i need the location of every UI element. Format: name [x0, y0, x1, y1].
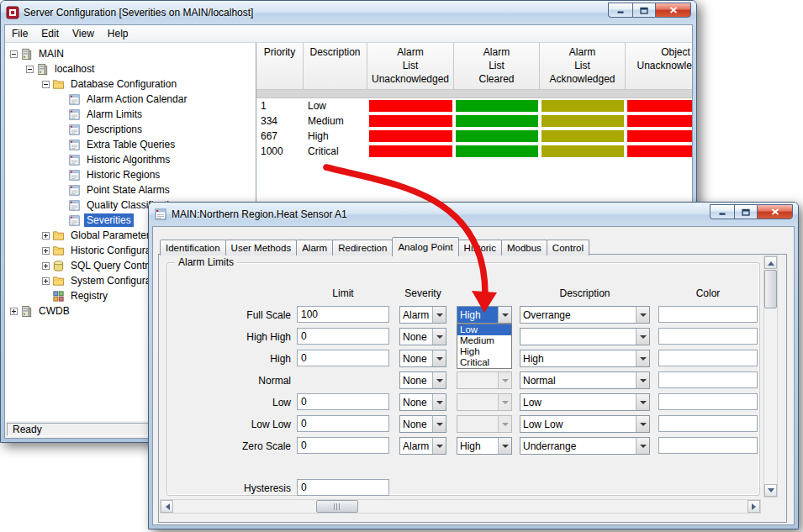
color-swatch	[456, 115, 538, 127]
column-header-alarm-list-cleared[interactable]: Alarm List Cleared	[454, 43, 540, 90]
color-field[interactable]	[658, 328, 758, 345]
horizontal-scroll-track[interactable]	[173, 500, 748, 513]
severity-type-select[interactable]: None	[399, 350, 446, 367]
color-swatch	[541, 130, 624, 142]
title-bar[interactable]: MAIN:Northern Region.Heat Sensor A1	[149, 203, 798, 226]
color-field[interactable]	[658, 437, 758, 454]
color-field[interactable]	[658, 350, 758, 366]
tree-item-extra-table-queries[interactable]: Extra Table Queries	[5, 137, 256, 152]
expand-expander-icon[interactable]	[42, 232, 50, 240]
tab-redirection[interactable]: Redirection	[332, 240, 393, 255]
dropdown-option-high[interactable]: High	[457, 346, 511, 357]
minimize-button[interactable]	[608, 3, 632, 18]
tab-identification[interactable]: Identification	[160, 240, 226, 255]
tree-item-alarm-limits[interactable]: Alarm Limits	[5, 107, 256, 122]
expand-expander-icon[interactable]	[42, 277, 50, 285]
close-button[interactable]	[655, 3, 691, 18]
tree-item-main[interactable]: MAIN	[5, 46, 256, 61]
severity-level-select[interactable]: High	[457, 437, 512, 455]
description-select[interactable]: Underrange	[520, 437, 650, 455]
tab-modbus[interactable]: Modbus	[501, 240, 547, 255]
form-icon	[68, 93, 81, 106]
limit-field[interactable]	[297, 350, 389, 366]
collapse-expander-icon[interactable]	[26, 66, 34, 73]
folder-icon	[52, 245, 65, 257]
tree-item-alarm-action-calendar[interactable]: Alarm Action Calendar	[5, 92, 256, 107]
color-field[interactable]	[658, 393, 758, 410]
tab-control[interactable]: Control	[547, 240, 589, 255]
description-select[interactable]: Normal	[520, 371, 650, 389]
description-select[interactable]: Overrange	[520, 306, 650, 324]
severity-level-select[interactable]: High	[457, 306, 512, 324]
limit-field[interactable]	[297, 437, 389, 454]
menu-edit[interactable]: Edit	[34, 25, 66, 42]
scroll-right-button[interactable]	[748, 500, 760, 513]
table-row[interactable]: 1 Low	[256, 98, 692, 113]
expand-expander-icon[interactable]	[42, 247, 50, 255]
tree-item-descriptions[interactable]: Descriptions	[5, 122, 256, 137]
severity-type-select[interactable]: Alarm	[399, 306, 446, 324]
chevron-down-icon	[636, 350, 649, 366]
limit-field[interactable]	[297, 328, 389, 345]
title-bar[interactable]: Server Configuration [Severities on MAIN…	[1, 1, 696, 24]
table-row[interactable]: 334 Medium	[256, 113, 692, 129]
tab-alarm[interactable]: Alarm	[296, 240, 333, 255]
menu-help[interactable]: Help	[101, 25, 135, 42]
severity-type-select[interactable]: Alarm	[399, 437, 446, 455]
color-field[interactable]	[658, 371, 758, 388]
menu-file[interactable]: File	[5, 25, 34, 42]
column-header-description[interactable]: Description	[304, 43, 367, 90]
close-button[interactable]	[757, 204, 793, 219]
tree-item-database-configuration[interactable]: Database Configuration	[5, 76, 256, 92]
collapse-expander-icon[interactable]	[10, 50, 18, 58]
description-select[interactable]: Low	[520, 393, 650, 411]
limit-field[interactable]	[297, 393, 389, 410]
column-header-alarm-list-acknowledged[interactable]: Alarm List Acknowledged	[540, 43, 626, 90]
vertical-scrollbar[interactable]	[763, 255, 778, 498]
tab-analog-point[interactable]: Analog Point	[392, 237, 458, 256]
folder-icon	[52, 229, 65, 242]
hysteresis-field[interactable]	[297, 479, 389, 496]
severity-type-select[interactable]: None	[399, 371, 446, 389]
scroll-up-button[interactable]	[764, 256, 777, 269]
severity-type-select[interactable]: None	[399, 328, 446, 345]
menu-view[interactable]: View	[66, 25, 101, 42]
scroll-left-button[interactable]	[161, 500, 173, 513]
horizontal-scrollbar[interactable]	[160, 499, 761, 514]
severity-type-select[interactable]: None	[399, 393, 446, 411]
column-header-object-unacknowledged[interactable]: Object Unacknowledged	[626, 43, 692, 90]
tree-item-historic-regions[interactable]: Historic Regions	[5, 167, 256, 182]
priority-cell: 1000	[256, 144, 304, 159]
color-field[interactable]	[658, 415, 758, 432]
limit-field[interactable]	[297, 306, 389, 323]
maximize-icon	[742, 208, 750, 216]
column-header-priority[interactable]: Priority	[256, 43, 304, 90]
dropdown-option-low[interactable]: Low	[457, 324, 511, 335]
limit-field[interactable]	[297, 415, 389, 432]
maximize-button[interactable]	[632, 3, 655, 18]
description-select[interactable]: High	[520, 350, 650, 367]
tab-historic[interactable]: Historic	[458, 240, 502, 255]
maximize-button[interactable]	[734, 204, 757, 219]
grid-header-row: Priority Description Alarm List Unacknow…	[256, 43, 692, 90]
horizontal-scroll-thumb[interactable]	[316, 500, 358, 513]
scroll-down-button[interactable]	[764, 484, 777, 497]
description-select[interactable]	[520, 328, 650, 345]
tree-item-point-state-alarms[interactable]: Point State Alarms	[5, 182, 256, 198]
table-row[interactable]: 667 High	[256, 129, 692, 144]
expand-expander-icon[interactable]	[10, 308, 18, 315]
tab-user-methods[interactable]: User Methods	[225, 240, 298, 255]
minimize-button[interactable]	[710, 204, 734, 219]
column-header-alarm-list-unacknowledged[interactable]: Alarm List Unacknowledged	[367, 43, 454, 90]
vertical-scroll-thumb[interactable]	[764, 270, 777, 308]
color-field[interactable]	[658, 306, 758, 323]
tree-item-historic-algorithms[interactable]: Historic Algorithms	[5, 152, 256, 167]
severity-type-select[interactable]: None	[399, 415, 446, 433]
dropdown-option-medium[interactable]: Medium	[457, 335, 511, 346]
table-row[interactable]: 1000 Critical	[256, 144, 692, 159]
expand-expander-icon[interactable]	[42, 262, 50, 270]
collapse-expander-icon[interactable]	[42, 81, 50, 88]
dropdown-option-critical[interactable]: Critical	[457, 357, 511, 368]
description-select[interactable]: Low Low	[520, 415, 650, 433]
tree-item-localhost[interactable]: localhost	[5, 61, 256, 76]
